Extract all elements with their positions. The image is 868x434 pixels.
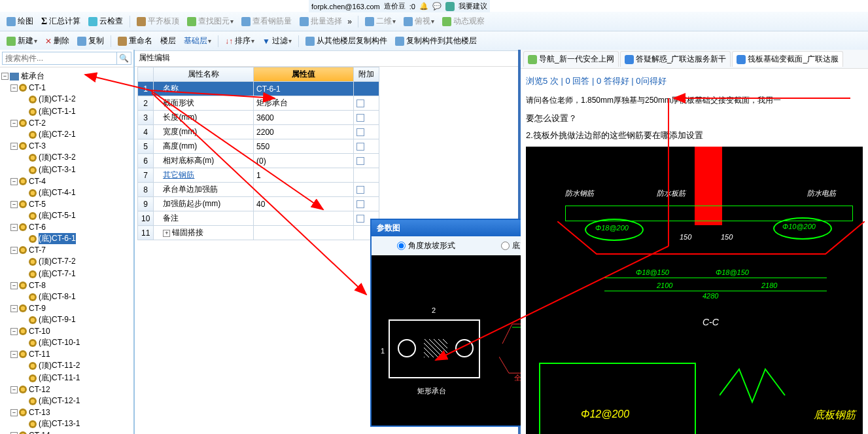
tree-group[interactable]: −CT-6 xyxy=(1,222,132,232)
tree-item[interactable]: (底)CT-3-1 xyxy=(1,164,132,176)
tree-group[interactable]: −CT-2 xyxy=(1,118,132,128)
property-title: 属性编辑 xyxy=(135,50,518,67)
batch-calc-button[interactable]: Σ汇总计算 xyxy=(39,14,83,28)
tree-item[interactable]: (底)CT-7-1 xyxy=(1,268,132,280)
tree-group[interactable]: −CT-11 xyxy=(1,349,132,359)
tree-item[interactable]: (底)CT-5-1 xyxy=(1,209,132,222)
lookdown-button[interactable]: 俯视▾ xyxy=(401,14,437,28)
2d-button[interactable]: 二维▾ xyxy=(362,14,398,28)
browser-tab[interactable]: 筏板基础变截面_广联达服 xyxy=(732,51,843,67)
search-input[interactable] xyxy=(2,52,117,65)
status-bar: forpk.chen@163.com 造价豆 :0 🔔 💬 我要建议 xyxy=(309,0,490,12)
property-row[interactable]: 8承台单边加强筋 xyxy=(138,183,379,197)
tree-item[interactable]: (底)CT-2-1 xyxy=(1,128,132,141)
property-row[interactable]: 6相对底标高(m)(0) xyxy=(138,154,379,168)
tree-group[interactable]: −CT-10 xyxy=(1,326,132,336)
property-table[interactable]: 属性名称属性值附加1名称CT-6-12截面形状矩形承台3长度(mm)36004宽… xyxy=(137,67,379,240)
tree-group[interactable]: −CT-7 xyxy=(1,245,132,255)
tree-item[interactable]: (顶)CT-7-2 xyxy=(1,255,132,268)
view-steel-button[interactable]: 查看钢筋量 xyxy=(239,14,294,28)
flat-top-button[interactable]: 平齐板顶 xyxy=(134,14,182,28)
browser-tab[interactable]: 导航_新一代安全上网 xyxy=(523,51,619,67)
search-icon[interactable]: 🔍 xyxy=(117,52,131,65)
tree-group[interactable]: −CT-3 xyxy=(1,141,132,151)
tree-item[interactable]: (顶)CT-3-2 xyxy=(1,151,132,164)
browser-pane: 导航_新一代安全上网答疑解惑_广联达服务新干筏板基础变截面_广联达服 浏览5 次… xyxy=(521,50,868,434)
component-tree[interactable]: −桩承台−CT-1(顶)CT-1-2(底)CT-1-1−CT-2(底)CT-2-… xyxy=(0,67,133,434)
tree-group[interactable]: −CT-13 xyxy=(1,407,132,418)
new-button[interactable]: 新建▾ xyxy=(4,34,40,48)
property-row[interactable]: 2截面形状矩形承台 xyxy=(138,96,379,111)
dynview-button[interactable]: 动态观察 xyxy=(440,14,487,28)
tree-item[interactable]: (顶)CT-11-2 xyxy=(1,359,132,372)
question-line1b: 要怎么设置？ xyxy=(521,109,868,128)
browser-tabs: 导航_新一代安全上网答疑解惑_广联达服务新干筏板基础变截面_广联达服 xyxy=(521,50,868,69)
user-email: forpk.chen@163.com xyxy=(311,3,380,10)
speech-icon[interactable]: 💬 xyxy=(432,2,442,10)
property-row[interactable]: 4宽度(mm)2200 xyxy=(138,125,379,139)
cloud-check-button[interactable]: 云检查 xyxy=(86,14,126,28)
tree-group[interactable]: −CT-5 xyxy=(1,199,132,209)
toolbar-main: 绘图 Σ汇总计算 云检查 平齐板顶 查找图元▾ 查看钢筋量 批量选择 » 二维▾… xyxy=(0,12,868,31)
property-row[interactable]: 3长度(mm)3600 xyxy=(138,111,379,125)
property-row[interactable]: 10备注 xyxy=(138,211,379,226)
delete-button[interactable]: ✕删除 xyxy=(43,34,72,48)
draw-button[interactable]: 绘图 xyxy=(4,14,36,28)
tree-item[interactable]: (底)CT-8-1 xyxy=(1,291,132,303)
bean-label: 造价豆 xyxy=(384,1,406,11)
tree-item[interactable]: (底)CT-1-1 xyxy=(1,105,132,118)
tree-item[interactable]: (顶)CT-1-2 xyxy=(1,93,132,105)
tree-item[interactable]: (底)CT-12-1 xyxy=(1,395,132,407)
property-row[interactable]: 7其它钢筋1 xyxy=(138,168,379,183)
tree-group[interactable]: −CT-4 xyxy=(1,176,132,187)
copy-button[interactable]: 复制 xyxy=(75,34,107,48)
suggest-link[interactable]: 我要建议 xyxy=(459,1,487,11)
slope-angle-radio[interactable]: 角度放坡形式 xyxy=(397,240,455,251)
tree-item[interactable]: (底)CT-11-1 xyxy=(1,372,132,384)
find-elem-button[interactable]: 查找图元▾ xyxy=(184,14,236,28)
floor-button[interactable]: 楼层 xyxy=(158,34,179,48)
tree-group[interactable]: −CT-12 xyxy=(1,384,132,395)
property-pane: 属性编辑 属性名称属性值附加1名称CT-6-12截面形状矩形承台3长度(mm)3… xyxy=(135,50,521,434)
copy-from-floor-button[interactable]: 从其他楼层复制构件 xyxy=(303,34,390,48)
sort-button[interactable]: ↓↑排序▾ xyxy=(222,34,257,48)
cad-drawing: Φ18@200 Φ10@200 150 150 防水钢筋 防水板筋 防水电筋 Φ… xyxy=(526,147,863,434)
tree-item[interactable]: (底)CT-10-1 xyxy=(1,336,132,349)
tree-group[interactable]: −CT-14 xyxy=(1,430,132,434)
browser-tab[interactable]: 答疑解惑_广联达服务新干 xyxy=(620,51,731,67)
tree-group[interactable]: −CT-8 xyxy=(1,280,132,291)
property-row[interactable]: 5高度(mm)550 xyxy=(138,139,379,154)
tree-item[interactable]: (底)CT-4-1 xyxy=(1,187,132,199)
tree-group[interactable]: −CT-9 xyxy=(1,303,132,314)
rename-button[interactable]: 重命名 xyxy=(115,34,155,48)
property-row[interactable]: 9加强筋起步(mm)40 xyxy=(138,197,379,211)
user-icon xyxy=(445,2,455,11)
question-line1: 请问各位老师，1.850mm厚独基与250mm厚筏板基础交接变截面，我用一 xyxy=(521,91,868,109)
tree-item[interactable]: (底)CT-9-1 xyxy=(1,314,132,326)
filter-button[interactable]: ▼过滤▾ xyxy=(260,34,294,48)
property-row[interactable]: 1名称CT-6-1 xyxy=(138,82,379,96)
question-line2: 2.筏板外挑做法边部的这些钢筋要在哪添加设置 xyxy=(521,127,868,144)
bell-icon[interactable]: 🔔 xyxy=(419,2,428,10)
tree-item[interactable]: (底)CT-6-1 xyxy=(1,232,132,245)
batch-sel-button[interactable]: 批量选择 xyxy=(297,14,345,28)
bean-count: :0 xyxy=(409,3,415,10)
qa-stats: 浏览5 次 | 0 回答 | 0 答得好 | 0问得好 xyxy=(521,69,868,91)
base-layer-select[interactable]: 基础层▾ xyxy=(181,34,214,48)
toolbar-edit: 新建▾ ✕删除 复制 重命名 楼层 基础层▾ ↓↑排序▾ ▼过滤▾ 从其他楼层复… xyxy=(0,31,868,51)
left-tree-pane: 🔍 −桩承台−CT-1(顶)CT-1-2(底)CT-1-1−CT-2(底)CT-… xyxy=(0,50,135,434)
property-row[interactable]: 11+锚固搭接 xyxy=(138,226,379,240)
copy-to-floor-button[interactable]: 复制构件到其他楼层 xyxy=(392,34,479,48)
tree-group[interactable]: −CT-1 xyxy=(1,82,132,93)
tree-item[interactable]: (底)CT-13-1 xyxy=(1,418,132,430)
